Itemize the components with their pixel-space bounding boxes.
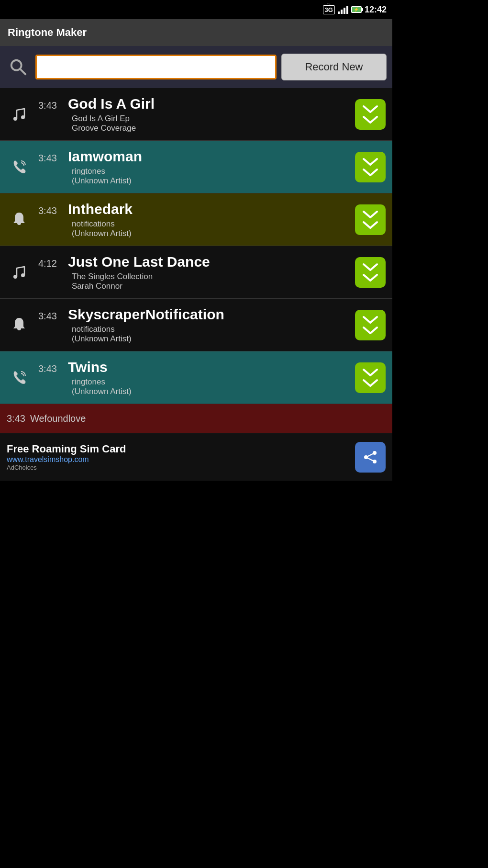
svg-line-10 (366, 457, 375, 462)
song-album: The Singles Collection (72, 272, 350, 282)
title-bar: Ringtone Maker (0, 19, 392, 46)
song-title-row: 3:43 Iamwoman (38, 148, 350, 165)
signal-bar-1 (338, 11, 340, 14)
song-title: Twins (68, 359, 108, 375)
partial-duration: 3:43 (7, 413, 25, 424)
chevron-down-icon-2 (362, 115, 379, 124)
ad-title: Free Roaming Sim Card (7, 443, 355, 455)
list-item[interactable]: 3:43 Iamwoman ringtones (Unknown Artist) (0, 141, 392, 193)
partial-song-item[interactable]: 3:43 Wefoundlove (0, 404, 392, 433)
song-title-row: 3:43 Twins (38, 359, 350, 375)
list-item[interactable]: 4:12 Just One Last Dance The Singles Col… (0, 246, 392, 299)
ad-banner: Free Roaming Sim Card www.travelsimshop.… (0, 433, 392, 481)
network-indicator: 3G (323, 5, 335, 14)
song-title-row: 3:43 Inthedark (38, 201, 350, 217)
song-meta: notifications (Unknown Artist) (70, 325, 350, 344)
song-content: 3:43 Iamwoman ringtones (Unknown Artist) (38, 148, 350, 186)
song-content: 3:43 SkyscraperNotification notification… (38, 306, 350, 344)
song-title: God Is A Girl (68, 96, 155, 112)
chevron-down-icon (362, 210, 379, 219)
phone-icon (10, 369, 28, 387)
signal-strength (338, 5, 348, 14)
list-item[interactable]: 3:43 God Is A Girl God Is A Girl Ep Groo… (0, 88, 392, 141)
song-artist: (Unknown Artist) (72, 334, 350, 344)
song-title-row: 3:43 SkyscraperNotification (38, 306, 350, 323)
ad-choices: AdChoices (7, 464, 355, 471)
song-duration: 4:12 (38, 258, 62, 269)
list-item[interactable]: 3:43 SkyscraperNotification notification… (0, 299, 392, 351)
song-album: ringtones (72, 377, 350, 387)
expand-button[interactable] (355, 310, 386, 340)
chevron-down-icon (362, 262, 379, 272)
search-icon (9, 58, 27, 76)
ad-url: www.travelsimshop.com (7, 455, 355, 464)
song-artist: (Unknown Artist) (72, 176, 350, 186)
expand-button[interactable] (355, 362, 386, 393)
expand-button[interactable] (355, 257, 386, 288)
bell-icon (10, 211, 28, 229)
song-title-row: 3:43 God Is A Girl (38, 96, 350, 112)
song-title: SkyscraperNotification (68, 306, 224, 323)
song-artist: Sarah Connor (72, 282, 350, 291)
list-item[interactable]: 3:43 Twins ringtones (Unknown Artist) (0, 351, 392, 404)
song-duration: 3:43 (38, 363, 62, 374)
partial-title: Wefoundlove (30, 413, 86, 424)
song-meta: The Singles Collection Sarah Connor (70, 272, 350, 291)
song-list: 3:43 God Is A Girl God Is A Girl Ep Groo… (0, 88, 392, 404)
chevron-down-icon-2 (362, 378, 379, 388)
chevron-down-icon (362, 157, 379, 167)
ad-text: Free Roaming Sim Card www.travelsimshop.… (7, 443, 355, 471)
song-meta: ringtones (Unknown Artist) (70, 377, 350, 396)
clock: 12:42 (365, 5, 387, 15)
song-album: ringtones (72, 167, 350, 176)
expand-button[interactable] (355, 204, 386, 235)
song-duration: 3:43 (38, 100, 62, 111)
song-content: 3:43 God Is A Girl God Is A Girl Ep Groo… (38, 96, 350, 133)
list-item[interactable]: 3:43 Inthedark notifications (Unknown Ar… (0, 193, 392, 246)
song-artist: (Unknown Artist) (72, 229, 350, 238)
song-album: notifications (72, 325, 350, 334)
share-icon (362, 449, 378, 465)
song-artist: Groove Coverage (72, 124, 350, 133)
song-artist: (Unknown Artist) (72, 387, 350, 396)
song-duration: 3:43 (38, 205, 62, 216)
chevron-down-icon-2 (362, 168, 379, 177)
song-type-icon (7, 260, 32, 285)
song-type-icon (7, 102, 32, 127)
song-title: Inthedark (68, 201, 133, 217)
svg-point-2 (13, 117, 17, 121)
chevron-down-icon-2 (362, 326, 379, 335)
signal-bar-4 (346, 6, 348, 14)
expand-button[interactable] (355, 152, 386, 182)
song-title-row: 4:12 Just One Last Dance (38, 254, 350, 270)
chevron-down-icon-2 (362, 273, 379, 282)
svg-point-5 (21, 273, 25, 277)
song-meta: notifications (Unknown Artist) (70, 219, 350, 238)
song-title: Just One Last Dance (68, 254, 210, 270)
expand-button[interactable] (355, 99, 386, 130)
status-icons: 3G ⚡ 12:42 (323, 5, 387, 15)
music-icon (10, 105, 28, 124)
bell-icon (10, 316, 28, 334)
signal-bar-2 (341, 10, 343, 14)
phone-icon (10, 158, 28, 176)
song-duration: 3:43 (38, 311, 62, 322)
song-duration: 3:43 (38, 153, 62, 164)
ad-share-button[interactable] (355, 442, 386, 473)
status-bar: 3G ⚡ 12:42 (0, 0, 392, 19)
chevron-down-icon (362, 315, 379, 325)
song-album: notifications (72, 219, 350, 229)
record-new-button[interactable]: Record New (281, 54, 387, 80)
song-type-icon (7, 155, 32, 180)
song-content: 4:12 Just One Last Dance The Singles Col… (38, 254, 350, 291)
song-album: God Is A Girl Ep (72, 114, 350, 124)
chevron-down-icon (362, 104, 379, 114)
search-icon-wrap (6, 55, 31, 79)
song-title: Iamwoman (68, 148, 142, 165)
song-meta: ringtones (Unknown Artist) (70, 167, 350, 186)
search-input[interactable] (35, 55, 277, 79)
battery-bolt: ⚡ (354, 7, 359, 12)
svg-line-1 (20, 69, 25, 74)
svg-line-9 (366, 453, 375, 457)
song-type-icon (7, 365, 32, 390)
